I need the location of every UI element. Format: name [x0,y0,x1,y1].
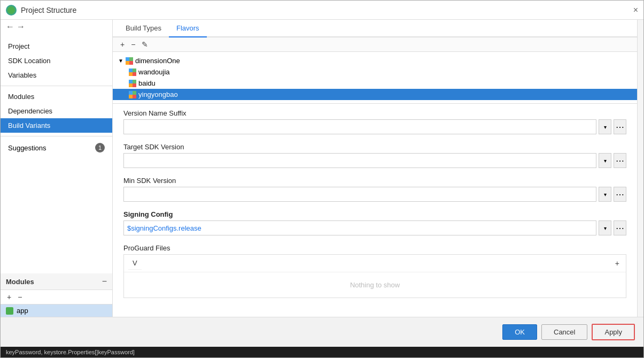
main-content: Build Types Flavors + − ✎ ▼ [113,20,637,317]
tree-label-dimensionone: dimensionOne [135,57,180,65]
nav-separator [1,86,112,86]
min-sdk-version-label: Min SDK Version [123,177,626,185]
sidebar-item-modules[interactable]: Modules [1,89,112,104]
module-app[interactable]: app [1,304,112,317]
tree-remove-btn[interactable]: − [129,40,137,49]
tree-edit-btn[interactable]: ✎ [139,40,150,49]
title-bar: Project Structure × [1,1,643,20]
proguard-add-btn[interactable]: + [613,258,622,268]
version-name-suffix-label: Version Name Suffix [123,109,626,117]
tree-label-baidu: baidu [138,79,156,87]
tree-add-btn[interactable]: + [118,40,127,49]
suggestions-badge: 1 [95,143,105,153]
tree-item-dimensionone[interactable]: ▼ dimensionOne [113,55,637,66]
target-sdk-version-label: Target SDK Version [123,143,626,151]
min-sdk-version-field: Min SDK Version ▾ ⋯ [123,177,626,202]
nav-arrows: ← → [1,20,112,34]
min-sdk-version-action-btn[interactable]: ⋯ [614,187,626,202]
tree-toolbar: + − ✎ [113,37,637,52]
proguard-value: V [128,257,142,270]
right-scrollbar[interactable] [637,20,643,317]
signing-config-label: Signing Config [123,210,626,218]
signing-config-field: Signing Config ▾ ⋯ [123,210,626,235]
proguard-area: V + Nothing to show [123,254,626,298]
target-sdk-version-input[interactable] [123,153,596,168]
version-name-suffix-field: Version Name Suffix ▾ ⋯ [123,109,626,134]
suggestions-label: Suggestions [8,144,46,152]
version-name-suffix-input[interactable] [123,119,596,134]
sidebar-item-variables[interactable]: Variables [1,68,112,82]
forward-button[interactable]: → [17,22,25,32]
sidebar-item-project[interactable]: Project [1,39,112,54]
sidebar-item-build-variants[interactable]: Build Variants [1,118,112,133]
sidebar-item-dependencies[interactable]: Dependencies [1,104,112,118]
modules-add-btn[interactable]: + [5,292,13,302]
title-bar-left: Project Structure [6,5,76,16]
module-icon [6,307,13,315]
chevron-icon: ▼ [118,58,123,64]
modules-header: Modules − [1,273,112,290]
target-sdk-version-row: ▾ ⋯ [123,153,626,168]
modules-title: Modules [6,278,34,286]
dialog-body: ← → Project SDK Location Variables Modul… [1,20,643,317]
flavor-tree: ▼ dimensionOne [113,52,637,104]
back-button[interactable]: ← [6,22,14,32]
signing-config-input[interactable] [123,220,596,235]
signing-config-row: ▾ ⋯ [123,220,626,235]
tree-item-yingyongbao[interactable]: yingyongbao [113,89,637,100]
sidebar-item-sdk-location[interactable]: SDK Location [1,54,112,68]
tree-item-baidu[interactable]: baidu [113,78,637,89]
module-name: app [17,307,28,315]
target-sdk-version-dropdown-btn[interactable]: ▾ [599,153,611,168]
signing-config-action-btn[interactable]: ⋯ [614,220,626,235]
version-name-suffix-action-btn[interactable]: ⋯ [614,119,626,134]
project-structure-dialog: Project Structure × ← → Project SDK Loca… [0,0,644,358]
min-sdk-version-dropdown-btn[interactable]: ▾ [599,187,611,202]
flavor-icon [129,80,136,87]
proguard-files-field: ProGuard Files V + Nothing to show [123,244,626,298]
tree-label-wandoujia: wandoujia [138,68,170,76]
bottom-bar: OK Cancel Apply [1,317,643,347]
proguard-files-label: ProGuard Files [123,244,626,252]
dialog-title: Project Structure [21,6,76,14]
min-sdk-version-input[interactable] [123,187,596,202]
ok-button[interactable]: OK [502,324,537,340]
code-bar-text: keyPassword, keystore.Properties[]keyPas… [6,349,135,355]
flavor-icon [129,91,136,98]
modules-collapse-btn[interactable]: − [102,277,107,286]
tabs-bar: Build Types Flavors [113,20,637,37]
proguard-empty-text: Nothing to show [124,272,626,298]
form-area: Version Name Suffix ▾ ⋯ Target SDK Versi… [113,104,637,317]
close-button[interactable]: × [633,6,638,14]
cancel-button[interactable]: Cancel [541,324,587,340]
signing-config-dropdown-btn[interactable]: ▾ [599,220,611,235]
nav-separator-2 [1,136,112,136]
target-sdk-version-action-btn[interactable]: ⋯ [614,153,626,168]
version-name-suffix-row: ▾ ⋯ [123,119,626,134]
sidebar-item-suggestions[interactable]: Suggestions 1 [1,140,112,156]
flavor-icon [126,57,133,65]
app-icon [6,5,17,16]
modules-toolbar: + − [1,290,112,304]
target-sdk-version-field: Target SDK Version ▾ ⋯ [123,143,626,168]
tab-flavors[interactable]: Flavors [169,20,207,37]
tree-label-yingyongbao: yingyongbao [138,90,178,98]
version-name-suffix-dropdown-btn[interactable]: ▾ [599,119,611,134]
apply-button[interactable]: Apply [592,324,635,340]
sidebar: ← → Project SDK Location Variables Modul… [1,20,113,317]
sidebar-top-nav: Project SDK Location Variables Modules D… [1,34,112,273]
proguard-header: V + [124,255,626,272]
code-bar: keyPassword, keystore.Properties[]keyPas… [1,347,643,357]
modules-remove-btn[interactable]: − [15,292,24,302]
tab-build-types[interactable]: Build Types [118,20,169,37]
min-sdk-version-row: ▾ ⋯ [123,187,626,202]
flavor-icon [129,68,136,76]
tree-item-wandoujia[interactable]: wandoujia [113,66,637,78]
